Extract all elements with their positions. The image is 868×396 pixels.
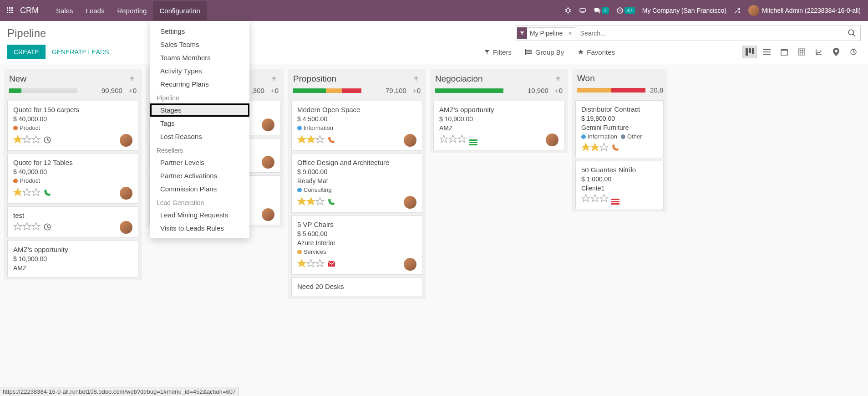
user-menu[interactable]: Mitchell Admin (22238384-16-0-all) <box>748 5 861 16</box>
calendar-view-icon[interactable] <box>777 46 792 58</box>
menu-stages[interactable]: Stages <box>150 103 249 117</box>
card-priority-stars[interactable] <box>13 188 41 199</box>
card-activity-icon[interactable] <box>327 260 335 269</box>
kanban-card[interactable]: Quote for 150 carpets$ 40,000.00Product <box>7 101 138 151</box>
menu-settings[interactable]: Settings <box>150 25 249 38</box>
svg-point-36 <box>835 50 838 52</box>
column-add-icon[interactable]: + <box>553 73 563 84</box>
column-add-icon[interactable]: + <box>127 73 137 84</box>
svg-line-15 <box>569 11 571 11</box>
kanban-card[interactable]: AMZ's opportunity$ 10,900.00AMZ <box>433 101 564 150</box>
kanban-view-icon[interactable] <box>742 46 757 58</box>
menu-sales-teams[interactable]: Sales Teams <box>150 38 249 51</box>
activities-badge: 47 <box>624 7 635 14</box>
card-title: 5 VP Chairs <box>297 221 416 228</box>
column-add-icon[interactable]: + <box>269 73 279 84</box>
debug-icon[interactable] <box>564 7 572 14</box>
svg-rect-4 <box>9 10 10 11</box>
groupby-button[interactable]: Group By <box>525 48 564 56</box>
column-progress-bar[interactable] <box>577 88 645 93</box>
card-title: Quote for 12 Tables <box>13 159 132 166</box>
card-priority-stars[interactable] <box>581 143 609 154</box>
list-view-icon[interactable] <box>760 46 774 58</box>
card-activity-icon[interactable] <box>43 189 51 198</box>
menu-teams-members[interactable]: Teams Members <box>150 51 249 64</box>
kanban-card[interactable]: Quote for 12 Tables$ 40,000.00Product <box>7 154 138 204</box>
card-priority-stars[interactable] <box>297 197 325 208</box>
tools-icon[interactable] <box>734 7 741 14</box>
card-avatar <box>262 156 274 169</box>
column-total: 90,900 <box>102 87 122 94</box>
card-activity-icon[interactable] <box>43 223 51 232</box>
kanban-card[interactable]: AMZ's opportunity$ 10,900.00AMZ <box>7 241 138 278</box>
search-icon[interactable] <box>843 29 860 38</box>
menu-lead-mining-requests[interactable]: Lead Mining Requests <box>150 208 249 221</box>
nav-leads[interactable]: Leads <box>80 1 111 20</box>
kanban-card[interactable]: test <box>7 206 138 238</box>
menu-lost-reasons[interactable]: Lost Reasons <box>150 130 249 143</box>
activities-icon[interactable]: 47 <box>616 7 635 14</box>
search-input[interactable] <box>577 30 843 37</box>
card-priority-stars[interactable] <box>13 222 41 233</box>
card-priority-stars[interactable] <box>297 259 325 270</box>
menu-partner-activations[interactable]: Partner Activations <box>150 169 249 182</box>
card-priority-stars[interactable] <box>13 135 41 146</box>
svg-line-14 <box>565 11 567 11</box>
map-view-icon[interactable] <box>829 46 843 58</box>
menu-tags[interactable]: Tags <box>150 117 249 130</box>
column-delta: +0 <box>271 87 279 94</box>
card-activity-icon[interactable] <box>327 198 335 207</box>
menu-activity-types[interactable]: Activity Types <box>150 64 249 77</box>
nav-sales[interactable]: Sales <box>50 1 80 20</box>
favorites-button[interactable]: Favorites <box>578 48 615 56</box>
nav-reporting[interactable]: Reporting <box>111 1 153 20</box>
support-icon[interactable] <box>579 7 586 14</box>
card-priority-stars[interactable] <box>581 194 609 205</box>
svg-point-17 <box>848 30 853 35</box>
kanban-card[interactable]: Distributor Contract$ 19,800.00Gemini Fu… <box>575 100 664 158</box>
app-name[interactable]: CRM <box>20 6 39 15</box>
card-activity-icon[interactable] <box>611 144 619 153</box>
activity-view-icon[interactable] <box>846 46 861 58</box>
create-button[interactable]: CREATE <box>7 45 46 59</box>
svg-rect-22 <box>525 49 526 55</box>
kanban-card[interactable]: 5 VP Chairs$ 5,600.00Azure InteriorServi… <box>291 216 422 275</box>
card-title: Quote for 150 carpets <box>13 106 132 113</box>
messages-icon[interactable]: 4 <box>594 7 609 14</box>
card-activity-icon[interactable] <box>469 135 477 145</box>
pivot-view-icon[interactable] <box>794 46 809 58</box>
kanban-card[interactable]: 50 Guantes Nitrilo$ 1,000.00Cliente1 <box>575 161 664 209</box>
search-panel: My Pipeline × <box>515 26 861 41</box>
column-progress-bar[interactable] <box>9 88 77 93</box>
column-title: Negociacion <box>435 74 553 84</box>
column-delta: +0 <box>413 87 421 94</box>
card-activity-icon[interactable] <box>43 136 51 145</box>
column-progress-bar[interactable] <box>293 88 361 93</box>
generate-leads-button[interactable]: GENERATE LEADS <box>52 48 109 56</box>
kanban-card[interactable]: Modern Open Space$ 4,500.00Information <box>291 101 422 151</box>
svg-line-18 <box>853 34 855 36</box>
apps-icon[interactable] <box>4 4 16 17</box>
menu-partner-levels[interactable]: Partner Levels <box>150 156 249 169</box>
svg-rect-30 <box>781 49 787 51</box>
company-switcher[interactable]: My Company (San Francisco) <box>642 7 726 14</box>
card-priority-stars[interactable] <box>439 134 467 146</box>
card-activity-icon[interactable] <box>327 136 335 145</box>
menu-pipeline: Pipeline <box>150 91 249 103</box>
kanban-card[interactable]: Need 20 Desks <box>291 278 422 296</box>
nav-configuration[interactable]: Configuration <box>153 1 206 20</box>
column-add-icon[interactable]: + <box>411 73 421 84</box>
card-customer: Azure Interior <box>297 239 416 247</box>
user-avatar <box>748 5 759 16</box>
card-priority-stars[interactable] <box>297 135 325 146</box>
card-activity-icon[interactable] <box>611 194 619 205</box>
menu-commission-plans[interactable]: Commission Plans <box>150 182 249 195</box>
filter-chip-close[interactable]: × <box>565 30 574 37</box>
kanban-card[interactable]: Office Design and Architecture$ 9,000.00… <box>291 154 422 213</box>
menu-recurring-plans[interactable]: Recurring Plans <box>150 77 249 91</box>
column-title: New <box>9 74 127 84</box>
menu-visits-to-leads-rules[interactable]: Visits to Leads Rules <box>150 221 249 235</box>
filters-button[interactable]: Filters <box>484 48 512 56</box>
column-progress-bar[interactable] <box>435 88 503 93</box>
graph-view-icon[interactable] <box>812 46 826 58</box>
